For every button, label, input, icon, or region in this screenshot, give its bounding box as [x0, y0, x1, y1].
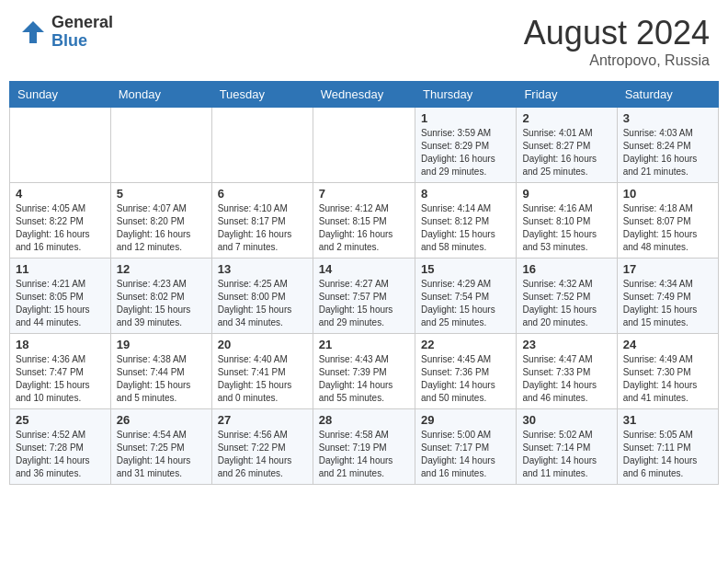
day-number: 27: [218, 413, 307, 427]
day-info: Sunrise: 4:14 AM Sunset: 8:12 PM Dayligh…: [421, 202, 510, 254]
weekday-header: Thursday: [415, 82, 517, 108]
logo-blue: Blue: [51, 32, 113, 51]
day-info: Sunrise: 4:21 AM Sunset: 8:05 PM Dayligh…: [16, 278, 105, 329]
day-number: 26: [117, 413, 206, 427]
day-info: Sunrise: 4:45 AM Sunset: 7:36 PM Dayligh…: [421, 353, 510, 405]
day-number: 17: [623, 262, 712, 276]
day-number: 20: [218, 338, 307, 351]
calendar-cell: 13Sunrise: 4:25 AM Sunset: 8:00 PM Dayli…: [211, 259, 313, 334]
calendar-cell: 12Sunrise: 4:23 AM Sunset: 8:02 PM Dayli…: [110, 259, 211, 334]
day-info: Sunrise: 4:16 AM Sunset: 8:10 PM Dayligh…: [522, 202, 610, 254]
day-info: Sunrise: 4:40 AM Sunset: 7:41 PM Dayligh…: [218, 353, 307, 405]
calendar-cell: [313, 108, 415, 183]
calendar-week-row: 1Sunrise: 3:59 AM Sunset: 8:29 PM Daylig…: [10, 108, 719, 183]
day-info: Sunrise: 5:02 AM Sunset: 7:14 PM Dayligh…: [522, 429, 610, 480]
day-number: 21: [319, 338, 409, 351]
day-number: 6: [218, 187, 307, 201]
calendar-cell: 7Sunrise: 4:12 AM Sunset: 8:15 PM Daylig…: [313, 183, 415, 259]
day-info: Sunrise: 5:05 AM Sunset: 7:11 PM Dayligh…: [623, 429, 712, 480]
calendar-cell: 2Sunrise: 4:01 AM Sunset: 8:27 PM Daylig…: [517, 108, 617, 183]
calendar-cell: 31Sunrise: 5:05 AM Sunset: 7:11 PM Dayli…: [617, 409, 718, 485]
logo-text: General Blue: [51, 14, 113, 51]
day-number: 3: [623, 111, 712, 125]
calendar-cell: 22Sunrise: 4:45 AM Sunset: 7:36 PM Dayli…: [415, 334, 517, 409]
calendar-cell: 16Sunrise: 4:32 AM Sunset: 7:52 PM Dayli…: [517, 259, 617, 334]
day-number: 1: [421, 111, 510, 125]
logo: General Blue: [18, 14, 113, 51]
calendar-cell: 4Sunrise: 4:05 AM Sunset: 8:22 PM Daylig…: [10, 183, 111, 259]
calendar-table: SundayMondayTuesdayWednesdayThursdayFrid…: [9, 81, 719, 485]
logo-general: General: [51, 14, 113, 32]
calendar-cell: 11Sunrise: 4:21 AM Sunset: 8:05 PM Dayli…: [10, 259, 111, 334]
calendar-week-row: 25Sunrise: 4:52 AM Sunset: 7:28 PM Dayli…: [10, 409, 719, 485]
location: Antropovo, Russia: [524, 52, 710, 69]
calendar-cell: 17Sunrise: 4:34 AM Sunset: 7:49 PM Dayli…: [617, 259, 718, 334]
calendar-cell: 1Sunrise: 3:59 AM Sunset: 8:29 PM Daylig…: [415, 108, 517, 183]
calendar-cell: 21Sunrise: 4:43 AM Sunset: 7:39 PM Dayli…: [313, 334, 415, 409]
calendar-cell: 9Sunrise: 4:16 AM Sunset: 8:10 PM Daylig…: [517, 183, 617, 259]
calendar-cell: 14Sunrise: 4:27 AM Sunset: 7:57 PM Dayli…: [313, 259, 415, 334]
day-number: 18: [16, 338, 105, 351]
calendar-cell: 24Sunrise: 4:49 AM Sunset: 7:30 PM Dayli…: [617, 334, 718, 409]
weekday-header: Friday: [517, 82, 617, 108]
weekday-header: Monday: [110, 82, 211, 108]
day-number: 15: [421, 262, 510, 276]
day-number: 29: [421, 413, 510, 427]
day-info: Sunrise: 4:03 AM Sunset: 8:24 PM Dayligh…: [623, 127, 712, 178]
calendar-cell: 26Sunrise: 4:54 AM Sunset: 7:25 PM Dayli…: [110, 409, 211, 485]
weekday-header: Saturday: [617, 82, 718, 108]
day-info: Sunrise: 4:29 AM Sunset: 7:54 PM Dayligh…: [421, 278, 510, 329]
day-info: Sunrise: 4:32 AM Sunset: 7:52 PM Dayligh…: [522, 278, 610, 329]
calendar-cell: [110, 108, 211, 183]
logo-icon: [18, 17, 48, 47]
calendar-header-row: SundayMondayTuesdayWednesdayThursdayFrid…: [10, 82, 719, 108]
day-number: 30: [522, 413, 610, 427]
calendar-cell: 5Sunrise: 4:07 AM Sunset: 8:20 PM Daylig…: [110, 183, 211, 259]
day-info: Sunrise: 4:43 AM Sunset: 7:39 PM Dayligh…: [319, 353, 409, 405]
calendar-cell: [211, 108, 313, 183]
calendar-cell: 15Sunrise: 4:29 AM Sunset: 7:54 PM Dayli…: [415, 259, 517, 334]
calendar-cell: 25Sunrise: 4:52 AM Sunset: 7:28 PM Dayli…: [10, 409, 111, 485]
day-number: 10: [623, 187, 712, 201]
day-number: 31: [623, 413, 712, 427]
day-number: 19: [117, 338, 206, 351]
calendar-cell: 8Sunrise: 4:14 AM Sunset: 8:12 PM Daylig…: [415, 183, 517, 259]
day-info: Sunrise: 4:52 AM Sunset: 7:28 PM Dayligh…: [16, 429, 105, 480]
day-info: Sunrise: 4:47 AM Sunset: 7:33 PM Dayligh…: [522, 353, 610, 405]
day-info: Sunrise: 4:54 AM Sunset: 7:25 PM Dayligh…: [117, 429, 206, 480]
calendar-cell: 28Sunrise: 4:58 AM Sunset: 7:19 PM Dayli…: [313, 409, 415, 485]
weekday-header: Wednesday: [313, 82, 415, 108]
day-info: Sunrise: 4:01 AM Sunset: 8:27 PM Dayligh…: [522, 127, 610, 178]
calendar-cell: 29Sunrise: 5:00 AM Sunset: 7:17 PM Dayli…: [415, 409, 517, 485]
svg-marker-0: [22, 21, 44, 43]
day-number: 11: [16, 262, 105, 276]
calendar-cell: 20Sunrise: 4:40 AM Sunset: 7:41 PM Dayli…: [211, 334, 313, 409]
day-info: Sunrise: 4:58 AM Sunset: 7:19 PM Dayligh…: [319, 429, 409, 480]
day-info: Sunrise: 4:07 AM Sunset: 8:20 PM Dayligh…: [117, 202, 206, 254]
day-number: 24: [623, 338, 712, 351]
day-info: Sunrise: 4:18 AM Sunset: 8:07 PM Dayligh…: [623, 202, 712, 254]
calendar-cell: 30Sunrise: 5:02 AM Sunset: 7:14 PM Dayli…: [517, 409, 617, 485]
day-number: 22: [421, 338, 510, 351]
calendar-cell: 27Sunrise: 4:56 AM Sunset: 7:22 PM Dayli…: [211, 409, 313, 485]
calendar-cell: 3Sunrise: 4:03 AM Sunset: 8:24 PM Daylig…: [617, 108, 718, 183]
day-number: 12: [117, 262, 206, 276]
day-info: Sunrise: 3:59 AM Sunset: 8:29 PM Dayligh…: [421, 127, 510, 178]
calendar-cell: 10Sunrise: 4:18 AM Sunset: 8:07 PM Dayli…: [617, 183, 718, 259]
day-number: 13: [218, 262, 307, 276]
day-info: Sunrise: 4:10 AM Sunset: 8:17 PM Dayligh…: [218, 202, 307, 254]
day-info: Sunrise: 4:25 AM Sunset: 8:00 PM Dayligh…: [218, 278, 307, 329]
calendar-cell: 19Sunrise: 4:38 AM Sunset: 7:44 PM Dayli…: [110, 334, 211, 409]
weekday-header: Sunday: [10, 82, 111, 108]
day-number: 28: [319, 413, 409, 427]
day-info: Sunrise: 4:36 AM Sunset: 7:47 PM Dayligh…: [16, 353, 105, 405]
calendar-cell: 23Sunrise: 4:47 AM Sunset: 7:33 PM Dayli…: [517, 334, 617, 409]
title-area: August 2024 Antropovo, Russia: [524, 14, 710, 69]
page-header: General Blue August 2024 Antropovo, Russ…: [9, 9, 719, 74]
day-info: Sunrise: 4:38 AM Sunset: 7:44 PM Dayligh…: [117, 353, 206, 405]
day-number: 4: [16, 187, 105, 201]
day-info: Sunrise: 4:49 AM Sunset: 7:30 PM Dayligh…: [623, 353, 712, 405]
calendar-cell: [10, 108, 111, 183]
calendar-cell: 18Sunrise: 4:36 AM Sunset: 7:47 PM Dayli…: [10, 334, 111, 409]
day-number: 14: [319, 262, 409, 276]
